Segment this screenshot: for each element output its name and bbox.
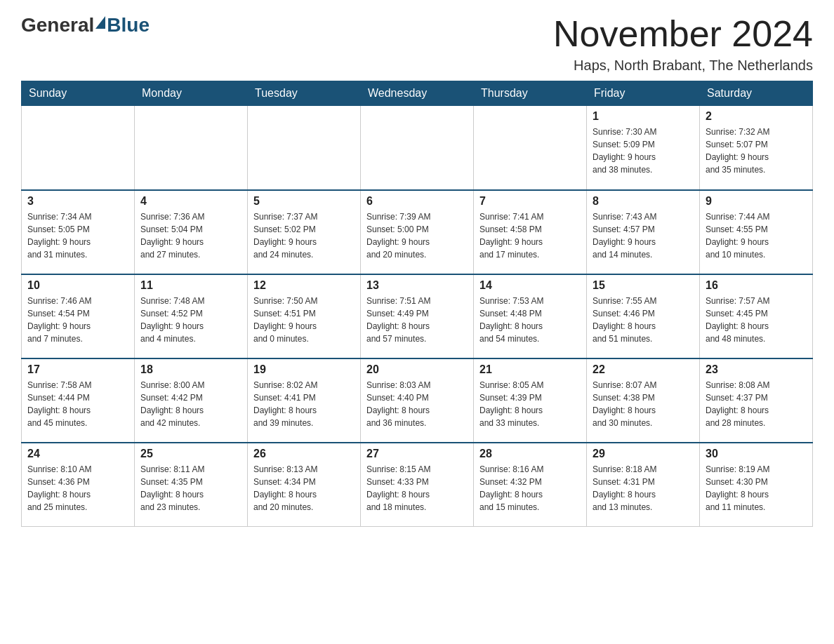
day-number: 8: [593, 195, 694, 208]
logo-text: General Blue: [21, 14, 150, 36]
calendar-cell: 26Sunrise: 8:13 AM Sunset: 4:34 PM Dayli…: [248, 443, 361, 527]
day-number: 4: [140, 195, 241, 208]
calendar-cell: [22, 106, 135, 190]
calendar-cell: 8Sunrise: 7:43 AM Sunset: 4:57 PM Daylig…: [587, 190, 700, 274]
day-info: Sunrise: 8:16 AM Sunset: 4:32 PM Dayligh…: [479, 463, 581, 514]
day-info: Sunrise: 8:18 AM Sunset: 4:31 PM Dayligh…: [593, 463, 694, 514]
day-number: 10: [27, 279, 128, 292]
day-info: Sunrise: 8:02 AM Sunset: 4:41 PM Dayligh…: [253, 379, 355, 429]
calendar-cell: 7Sunrise: 7:41 AM Sunset: 4:58 PM Daylig…: [474, 190, 587, 274]
weekday-header-sunday: Sunday: [22, 81, 135, 106]
calendar-cell: 23Sunrise: 8:08 AM Sunset: 4:37 PM Dayli…: [700, 358, 813, 443]
week-row-2: 10Sunrise: 7:46 AM Sunset: 4:54 PM Dayli…: [22, 274, 813, 358]
day-info: Sunrise: 7:36 AM Sunset: 5:04 PM Dayligh…: [140, 210, 241, 261]
weekday-header-saturday: Saturday: [700, 81, 813, 106]
day-info: Sunrise: 7:53 AM Sunset: 4:48 PM Dayligh…: [479, 295, 581, 345]
day-number: 27: [366, 448, 468, 460]
day-number: 29: [593, 448, 694, 460]
day-number: 21: [479, 363, 581, 376]
calendar-cell: 1Sunrise: 7:30 AM Sunset: 5:09 PM Daylig…: [587, 106, 700, 190]
calendar-cell: 14Sunrise: 7:53 AM Sunset: 4:48 PM Dayli…: [474, 274, 587, 358]
day-number: 14: [479, 279, 581, 292]
weekday-header-row: SundayMondayTuesdayWednesdayThursdayFrid…: [22, 81, 813, 106]
week-row-1: 3Sunrise: 7:34 AM Sunset: 5:05 PM Daylig…: [22, 190, 813, 274]
calendar-cell: 5Sunrise: 7:37 AM Sunset: 5:02 PM Daylig…: [248, 190, 361, 274]
day-info: Sunrise: 8:19 AM Sunset: 4:30 PM Dayligh…: [706, 463, 807, 514]
day-number: 23: [706, 363, 807, 376]
day-number: 25: [140, 448, 241, 460]
day-info: Sunrise: 7:39 AM Sunset: 5:00 PM Dayligh…: [366, 210, 468, 261]
calendar-cell: 15Sunrise: 7:55 AM Sunset: 4:46 PM Dayli…: [587, 274, 700, 358]
day-number: 16: [706, 279, 807, 292]
calendar-cell: 24Sunrise: 8:10 AM Sunset: 4:36 PM Dayli…: [22, 443, 135, 527]
calendar-cell: 2Sunrise: 7:32 AM Sunset: 5:07 PM Daylig…: [700, 106, 813, 190]
calendar-cell: 12Sunrise: 7:50 AM Sunset: 4:51 PM Dayli…: [248, 274, 361, 358]
calendar-cell: 3Sunrise: 7:34 AM Sunset: 5:05 PM Daylig…: [22, 190, 135, 274]
calendar-table: SundayMondayTuesdayWednesdayThursdayFrid…: [21, 81, 813, 527]
month-year-title: November 2024: [553, 14, 813, 54]
day-info: Sunrise: 8:11 AM Sunset: 4:35 PM Dayligh…: [140, 463, 241, 514]
day-info: Sunrise: 7:46 AM Sunset: 4:54 PM Dayligh…: [27, 295, 128, 345]
day-info: Sunrise: 8:08 AM Sunset: 4:37 PM Dayligh…: [706, 379, 807, 429]
day-number: 3: [27, 195, 128, 208]
day-number: 6: [366, 195, 468, 208]
day-number: 9: [706, 195, 807, 208]
week-row-4: 24Sunrise: 8:10 AM Sunset: 4:36 PM Dayli…: [22, 443, 813, 527]
day-info: Sunrise: 8:10 AM Sunset: 4:36 PM Dayligh…: [27, 463, 128, 514]
calendar-cell: 10Sunrise: 7:46 AM Sunset: 4:54 PM Dayli…: [22, 274, 135, 358]
calendar-cell: 27Sunrise: 8:15 AM Sunset: 4:33 PM Dayli…: [361, 443, 474, 527]
day-number: 15: [593, 279, 694, 292]
day-number: 7: [479, 195, 581, 208]
calendar-cell: 25Sunrise: 8:11 AM Sunset: 4:35 PM Dayli…: [135, 443, 248, 527]
week-row-0: 1Sunrise: 7:30 AM Sunset: 5:09 PM Daylig…: [22, 106, 813, 190]
calendar-cell: 20Sunrise: 8:03 AM Sunset: 4:40 PM Dayli…: [361, 358, 474, 443]
logo: General Blue: [21, 14, 150, 36]
day-number: 26: [253, 448, 355, 460]
day-info: Sunrise: 8:07 AM Sunset: 4:38 PM Dayligh…: [593, 379, 694, 429]
day-number: 22: [593, 363, 694, 376]
calendar-cell: 30Sunrise: 8:19 AM Sunset: 4:30 PM Dayli…: [700, 443, 813, 527]
day-number: 20: [366, 363, 468, 376]
day-info: Sunrise: 7:48 AM Sunset: 4:52 PM Dayligh…: [140, 295, 241, 345]
day-info: Sunrise: 7:34 AM Sunset: 5:05 PM Dayligh…: [27, 210, 128, 261]
day-number: 12: [253, 279, 355, 292]
day-info: Sunrise: 7:37 AM Sunset: 5:02 PM Dayligh…: [253, 210, 355, 261]
weekday-header-monday: Monday: [135, 81, 248, 106]
day-info: Sunrise: 7:58 AM Sunset: 4:44 PM Dayligh…: [27, 379, 128, 429]
day-info: Sunrise: 7:32 AM Sunset: 5:07 PM Dayligh…: [706, 126, 807, 176]
day-info: Sunrise: 8:13 AM Sunset: 4:34 PM Dayligh…: [253, 463, 355, 514]
calendar-cell: 19Sunrise: 8:02 AM Sunset: 4:41 PM Dayli…: [248, 358, 361, 443]
title-area: November 2024 Haps, North Brabant, The N…: [553, 14, 813, 74]
calendar-cell: 21Sunrise: 8:05 AM Sunset: 4:39 PM Dayli…: [474, 358, 587, 443]
day-number: 30: [706, 448, 807, 460]
calendar-cell: 29Sunrise: 8:18 AM Sunset: 4:31 PM Dayli…: [587, 443, 700, 527]
header: General Blue November 2024 Haps, North B…: [21, 14, 813, 74]
week-row-3: 17Sunrise: 7:58 AM Sunset: 4:44 PM Dayli…: [22, 358, 813, 443]
day-info: Sunrise: 7:57 AM Sunset: 4:45 PM Dayligh…: [706, 295, 807, 345]
logo-blue: Blue: [107, 14, 150, 36]
day-info: Sunrise: 8:03 AM Sunset: 4:40 PM Dayligh…: [366, 379, 468, 429]
calendar-cell: 6Sunrise: 7:39 AM Sunset: 5:00 PM Daylig…: [361, 190, 474, 274]
calendar-cell: [135, 106, 248, 190]
day-info: Sunrise: 7:44 AM Sunset: 4:55 PM Dayligh…: [706, 210, 807, 261]
weekday-header-wednesday: Wednesday: [361, 81, 474, 106]
calendar-cell: 11Sunrise: 7:48 AM Sunset: 4:52 PM Dayli…: [135, 274, 248, 358]
calendar-cell: 9Sunrise: 7:44 AM Sunset: 4:55 PM Daylig…: [700, 190, 813, 274]
day-info: Sunrise: 8:15 AM Sunset: 4:33 PM Dayligh…: [366, 463, 468, 514]
day-number: 11: [140, 279, 241, 292]
weekday-header-friday: Friday: [587, 81, 700, 106]
day-number: 18: [140, 363, 241, 376]
day-info: Sunrise: 8:00 AM Sunset: 4:42 PM Dayligh…: [140, 379, 241, 429]
logo-general: General: [21, 14, 94, 36]
day-info: Sunrise: 7:30 AM Sunset: 5:09 PM Dayligh…: [593, 126, 694, 176]
day-info: Sunrise: 7:41 AM Sunset: 4:58 PM Dayligh…: [479, 210, 581, 261]
calendar-cell: 17Sunrise: 7:58 AM Sunset: 4:44 PM Dayli…: [22, 358, 135, 443]
logo-triangle-icon: [95, 16, 105, 29]
weekday-header-tuesday: Tuesday: [248, 81, 361, 106]
day-number: 19: [253, 363, 355, 376]
weekday-header-thursday: Thursday: [474, 81, 587, 106]
day-number: 17: [27, 363, 128, 376]
day-info: Sunrise: 7:43 AM Sunset: 4:57 PM Dayligh…: [593, 210, 694, 261]
calendar-cell: 28Sunrise: 8:16 AM Sunset: 4:32 PM Dayli…: [474, 443, 587, 527]
day-info: Sunrise: 7:55 AM Sunset: 4:46 PM Dayligh…: [593, 295, 694, 345]
